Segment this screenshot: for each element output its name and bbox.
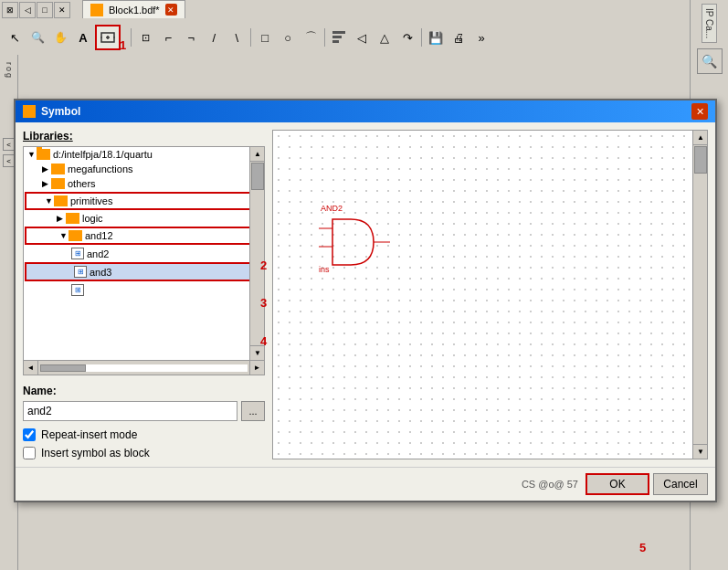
dialog-footer: CS @o@ 57 OK Cancel [16, 467, 715, 501]
svg-rect-3 [332, 40, 339, 43]
tree-vscrollbar[interactable]: ▲ ▼ [249, 147, 264, 360]
preview-scroll-down[interactable]: ▼ [693, 444, 708, 459]
tab-close-icon[interactable]: ✕ [165, 4, 177, 16]
ok-button[interactable]: OK [586, 473, 649, 495]
hscroll-left[interactable]: ◄ [24, 361, 38, 375]
dialog-title: Symbol [41, 105, 80, 118]
hscroll-thumb[interactable] [40, 364, 86, 372]
tree-item-root[interactable]: ▼ d:/intelfpja/18.1/quartu [24, 147, 264, 162]
cancel-button[interactable]: Cancel [653, 473, 708, 495]
flip-h-tool[interactable]: ◁ [351, 26, 373, 48]
hand-tool[interactable]: ✋ [49, 26, 71, 48]
tree-item-megafunctions[interactable]: ▶ megafunctions [24, 162, 264, 176]
dialog-close-btn[interactable]: ✕ [691, 103, 708, 120]
wire-tool[interactable]: ⊡ [134, 26, 156, 48]
tree-label-primitives: primitives [70, 195, 112, 206]
insert-block-row: Insert symbol as block [23, 447, 265, 459]
pointer-tool[interactable]: ↖ [4, 26, 26, 48]
name-section: Name: ... Repeat-insert mode Insert symb… [23, 385, 265, 459]
right-search-btn[interactable]: 🔍 [697, 48, 723, 74]
toolbar-sep-3 [324, 28, 325, 47]
tree-item-and3[interactable]: ⊞ [24, 282, 264, 298]
tree-item-and12[interactable]: ⊞ and2 [24, 246, 264, 261]
tree-vscrollbar-thumb[interactable] [251, 163, 264, 190]
search-btn[interactable]: ⊠ [2, 2, 18, 18]
line2-tool[interactable]: \ [226, 26, 248, 48]
label-3-badge: 3 [260, 296, 267, 310]
tree-hscrollbar[interactable]: ◄ ► [23, 361, 265, 375]
flip-v-tool[interactable]: △ [374, 26, 396, 48]
zoom-tool[interactable]: 🔍 [26, 26, 48, 48]
tree-label-others: others [68, 178, 96, 189]
folder-icon-root [37, 149, 50, 160]
svg-rect-1 [332, 31, 345, 34]
name-input[interactable] [23, 401, 237, 421]
align-tool[interactable] [328, 26, 350, 48]
file-icon-and2: ⊞ [74, 266, 87, 278]
hscroll-track[interactable] [40, 364, 248, 372]
tree-container[interactable]: ▼ d:/intelfpja/18.1/quartu ▶ megafunctio… [23, 146, 265, 361]
tree-item-buffer[interactable]: ▶ logic [24, 211, 264, 226]
close-btn-top[interactable]: ✕ [54, 2, 70, 18]
save-tool[interactable]: 💾 [425, 26, 447, 48]
tree-label-root: d:/intelfpja/18.1/quartu [53, 149, 153, 160]
preview-dot-grid [273, 131, 692, 459]
tab-icon [90, 4, 103, 16]
line1-tool[interactable]: / [203, 26, 225, 48]
align-icon [332, 29, 346, 44]
back-btn[interactable]: ◁ [19, 2, 36, 18]
preview-vscrollbar[interactable]: ▲ ▼ [692, 131, 707, 459]
tree-arrow-logic: ▼ [59, 231, 69, 240]
symbol-tool[interactable] [95, 25, 121, 50]
libraries-label: Libraries: [23, 130, 265, 142]
tree-item-logic[interactable]: ▼ and12 [25, 227, 263, 245]
tree-label-megafunctions: megafunctions [68, 164, 133, 174]
window-btn[interactable]: □ [37, 2, 53, 18]
preview-scroll-thumb[interactable] [694, 146, 707, 174]
name-label: Name: [23, 385, 265, 397]
ellipse-tool[interactable]: ○ [277, 26, 299, 48]
tree-vscrollbar-up[interactable]: ▲ [250, 147, 265, 162]
more-tool[interactable]: » [470, 26, 492, 48]
folder-icon-logic [69, 230, 82, 241]
preview-scroll-up[interactable]: ▲ [693, 131, 708, 145]
svg-rect-2 [332, 36, 342, 38]
corner1-tool[interactable]: ⌐ [157, 26, 179, 48]
tree-item-and2[interactable]: ⊞ and3 [25, 262, 263, 281]
ip-catalog-label[interactable]: IP Ca... [702, 4, 717, 43]
tree-item-others[interactable]: ▶ others [24, 176, 264, 191]
label-1: 1 [120, 38, 126, 52]
browse-button[interactable]: ... [241, 401, 265, 421]
corner2-tool[interactable]: ¬ [180, 26, 202, 48]
folder-icon-primitives [54, 195, 68, 206]
toolbar-sep-1 [131, 28, 132, 47]
toolbar-sep-2 [250, 28, 251, 47]
tree-label-and2: and3 [90, 267, 111, 278]
and-gate-label: AND2 [321, 204, 392, 213]
hscroll-right[interactable]: ► [249, 361, 264, 375]
symbol-dialog: Symbol ✕ Libraries: ▼ d:/intelfpja/18.1/… [14, 99, 717, 502]
print-tool[interactable]: 🖨 [448, 26, 470, 48]
and-gate-svg [319, 215, 392, 269]
rect-tool[interactable]: □ [254, 26, 276, 48]
tree-arrow-buffer: ▶ [57, 214, 66, 223]
and-gate-symbol: AND2 ins [319, 204, 392, 274]
insert-block-checkbox[interactable] [23, 447, 36, 459]
label-4-badge: 4 [260, 334, 267, 348]
dialog-titlebar: Symbol ✕ [16, 100, 715, 122]
tree-label-buffer: logic [82, 213, 103, 224]
repeat-insert-checkbox[interactable] [23, 428, 36, 441]
tree-item-primitives[interactable]: ▼ primitives [25, 192, 263, 210]
tree-label-and12: and2 [87, 248, 109, 259]
text-tool[interactable]: A [72, 26, 94, 48]
symbol-insert-icon [100, 29, 116, 46]
repeat-insert-label[interactable]: Repeat-insert mode [41, 428, 137, 441]
toolbar-sep-4 [421, 28, 422, 47]
tree-arrow-mega: ▶ [42, 164, 51, 174]
tab-block1[interactable]: Block1.bdf* ✕ [82, 0, 185, 18]
tree-arrow-others: ▶ [42, 179, 51, 188]
left-sidebar-text: rog [5, 62, 14, 79]
arc-tool[interactable]: ⌒ [300, 26, 322, 48]
insert-block-label[interactable]: Insert symbol as block [41, 447, 150, 459]
rotate-tool[interactable]: ↷ [396, 26, 418, 48]
